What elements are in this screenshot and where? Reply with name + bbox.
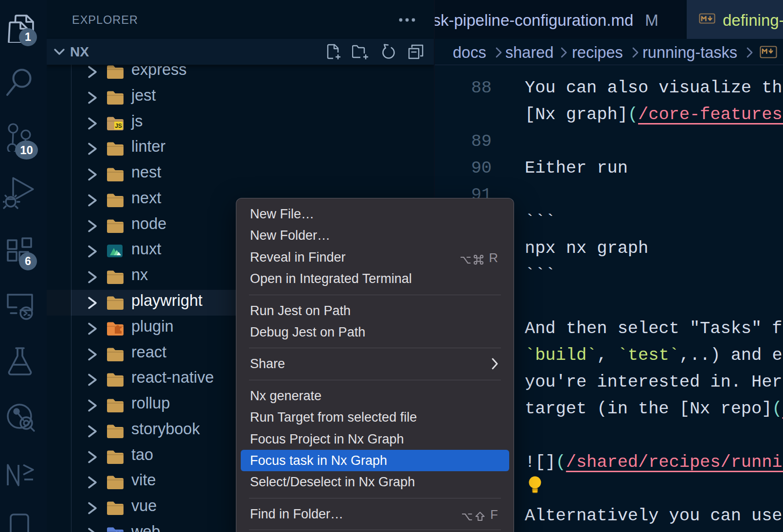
svg-text:JS: JS bbox=[115, 123, 122, 129]
